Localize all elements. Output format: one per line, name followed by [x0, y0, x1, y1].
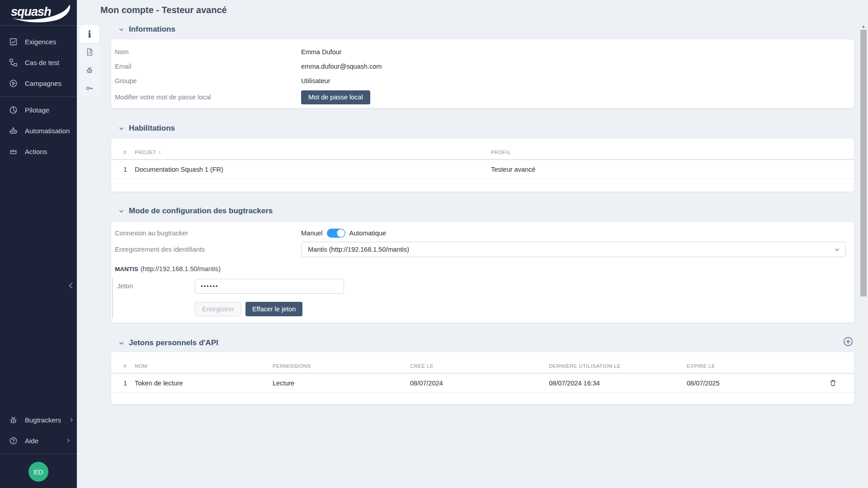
sidebar-item-label: Actions [25, 148, 47, 155]
cell-last-used: 08/07/2024 16:34 [549, 380, 687, 387]
field-value-group: Utilisateur [301, 77, 330, 84]
tab-api-keys[interactable] [80, 79, 99, 97]
sidebar-item-label: Automatisation [25, 127, 70, 135]
bugtracker-select[interactable]: Mantis (http://192.168.1.50/mantis) [301, 242, 846, 257]
avatar[interactable]: ED [28, 462, 48, 482]
cell-created: 08/07/2024 [410, 380, 549, 387]
section-title: Mode de configuration des bugtrackers [129, 206, 273, 216]
automation-icon [9, 127, 18, 135]
sidebar-item-label: Campagnes [25, 80, 61, 87]
column-header-created: CRÉÉ LE [410, 363, 549, 369]
requirements-icon [9, 38, 18, 46]
chevron-right-icon [68, 417, 75, 423]
field-value-email: emma.dufour@squash.com [301, 63, 382, 70]
sidebar-item-label: Pilotage [25, 106, 49, 114]
section-title: Informations [129, 25, 175, 34]
bug-icon [9, 416, 18, 424]
section-header-bugtracker-mode[interactable]: Mode de configuration des bugtrackers [111, 206, 854, 216]
sidebar-item-exigences[interactable]: Exigences [0, 31, 77, 52]
test-cases-icon [9, 58, 18, 67]
habilitations-card: # PROJET ↑ PROFIL 1 Documentation Squash… [111, 138, 854, 192]
toggle-label-manual: Manuel [301, 230, 323, 237]
section-header-informations[interactable]: Informations [111, 24, 854, 35]
field-row-password: Modifier votre mot de passe local Mot de… [111, 88, 854, 106]
chevron-down-icon [834, 247, 840, 253]
section-header-habilitations[interactable]: Habilitations [111, 123, 854, 134]
scrollbar-thumb[interactable] [860, 30, 867, 296]
cell-project: Documentation Squash 1 (FR) [135, 166, 491, 173]
token-input[interactable] [195, 279, 344, 294]
column-header-profile: PROFIL [491, 150, 854, 155]
sidebar-item-aide[interactable]: Aide [0, 430, 77, 451]
help-icon [9, 436, 18, 445]
actions-icon [9, 147, 18, 156]
token-form-block: Jeton Enregistrer Effacer le jeton [112, 278, 854, 319]
sidebar-item-automatisation[interactable]: Automatisation [0, 120, 77, 141]
section-title: Jetons personnels d'API [129, 338, 218, 347]
sidebar-item-actions[interactable]: Actions [0, 141, 77, 162]
column-header-index: # [111, 363, 135, 369]
local-password-button[interactable]: Mot de passe local [301, 90, 370, 104]
field-label: Modifier votre mot de passe local [115, 94, 301, 101]
logo-block: squash [0, 0, 77, 26]
tab-bugtracker[interactable] [80, 61, 99, 79]
connection-mode-row: Connexion au bugtracker Manuel Automatiq… [111, 225, 854, 241]
information-icon: i [88, 29, 91, 39]
sidebar-item-label: Aide [25, 437, 38, 445]
logo-text: squash [11, 5, 51, 19]
sidebar-item-pilotage[interactable]: Pilotage [0, 99, 77, 120]
bugtracker-server-line: MANTIS (http://192.168.1.50/mantis) [115, 264, 854, 273]
tab-attachments[interactable] [80, 43, 99, 61]
cell-permissions: Lecture [273, 380, 410, 387]
column-header-expires: EXPIRE LE [687, 363, 818, 369]
field-label: Nom [115, 48, 301, 56]
sidebar-item-bugtrackers[interactable]: Bugtrackers [0, 409, 77, 430]
account-tab-rail: i [79, 24, 100, 98]
trash-icon [829, 379, 837, 387]
informations-card: Nom Emma Dufour Email emma.dufour@squash… [111, 39, 854, 108]
chevron-down-icon [118, 340, 124, 346]
chevron-down-icon [118, 126, 124, 131]
sidebar-item-cas-de-test[interactable]: Cas de test [0, 52, 77, 73]
habilitations-table-header: # PROJET ↑ PROFIL [111, 145, 854, 160]
clear-token-button[interactable]: Effacer le jeton [245, 302, 302, 316]
api-tokens-card: # NOM PERMISSIONS CRÉÉ LE DERNIÈRE UTILI… [111, 352, 854, 404]
column-header-index: # [111, 150, 135, 155]
table-row[interactable]: 1 Documentation Squash 1 (FR) Testeur av… [111, 160, 854, 179]
field-value-name: Emma Dufour [301, 48, 341, 56]
app-logo[interactable]: squash [10, 2, 69, 23]
cell-profile: Testeur avancé [491, 166, 854, 173]
save-button[interactable]: Enregistrer [195, 302, 241, 316]
main-content: Mon compte - Testeur avancé Informations… [77, 0, 868, 488]
chevron-down-icon [118, 27, 124, 33]
scrollbar: ▲ [860, 23, 867, 488]
bugtracker-mode-card: Connexion au bugtracker Manuel Automatiq… [111, 221, 854, 323]
page-title: Mon compte - Testeur avancé [100, 5, 227, 15]
scroll-up-button[interactable]: ▲ [860, 23, 867, 30]
field-row-email: Email emma.dufour@squash.com [111, 59, 854, 74]
column-header-project[interactable]: PROJET ↑ [135, 150, 491, 155]
token-row: Jeton [117, 278, 854, 294]
delete-token-button[interactable] [829, 379, 837, 387]
cell-index: 1 [111, 380, 135, 387]
api-key-icon [85, 84, 94, 92]
sidebar-item-campagnes[interactable]: Campagnes [0, 73, 77, 94]
server-url: (http://192.168.1.50/mantis) [141, 265, 221, 272]
sidebar-item-label: Exigences [25, 38, 56, 46]
section-header-api-tokens[interactable]: Jetons personnels d'API [111, 338, 854, 348]
connection-mode-toggle[interactable] [327, 229, 345, 238]
section-title: Habilitations [129, 124, 175, 133]
attachments-icon [85, 48, 94, 56]
api-tokens-table-header: # NOM PERMISSIONS CRÉÉ LE DERNIÈRE UTILI… [111, 359, 854, 374]
sidebar-collapse-button[interactable] [65, 278, 77, 293]
table-row[interactable]: 1 Token de lecture Lecture 08/07/2024 08… [111, 374, 854, 393]
sidebar-divider [0, 96, 77, 97]
field-label: Groupe [115, 77, 301, 84]
field-label: Jeton [117, 282, 195, 290]
tab-informations[interactable]: i [80, 25, 99, 43]
column-header-last-used: DERNIÈRE UTILISATION LE [549, 363, 687, 369]
add-token-button[interactable] [843, 337, 853, 347]
plus-circle-icon [843, 337, 853, 347]
sidebar-item-label: Bugtrackers [25, 416, 61, 424]
server-name: MANTIS [115, 266, 138, 272]
